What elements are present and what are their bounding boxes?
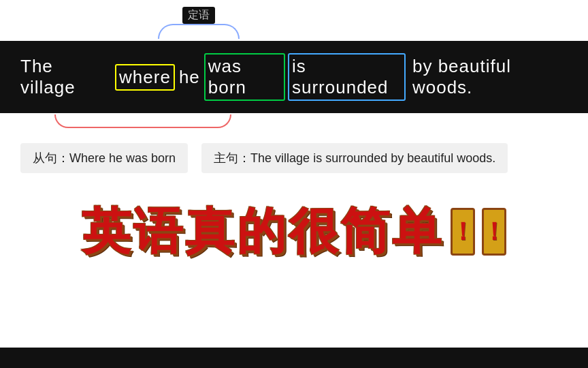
analysis-row: 从句：Where he was born 主句：The village is s…	[0, 131, 588, 185]
dingyu-label-container: 定语	[158, 7, 240, 39]
phrase-is-surrounded: is surrounded	[288, 53, 406, 101]
clause-text: Where he was born	[69, 151, 176, 165]
exclaim-mark-1: ！	[451, 208, 475, 256]
word-the-village: The village	[20, 56, 108, 98]
main-box: 主句：The village is surrounded by beautifu…	[201, 143, 508, 173]
below-bracket-container	[0, 114, 588, 128]
curved-bracket-below	[54, 114, 231, 128]
bottom-bar	[0, 348, 588, 368]
clause-box: 从句：Where he was born	[20, 143, 188, 173]
exclaim-mark-2: ！	[482, 208, 506, 256]
arc-bracket	[158, 24, 240, 39]
big-chinese-section: 英语真的很简单 ！ ！	[0, 185, 588, 278]
word-he: he	[179, 67, 200, 88]
words-by-beautiful-woods: by beautiful woods.	[412, 56, 568, 98]
phrase-was-born: was born	[204, 53, 285, 101]
exclaim-box: ！	[451, 208, 475, 256]
main-text: The village is surrounded by beautiful w…	[250, 151, 495, 165]
dingyu-label: 定语	[182, 7, 215, 24]
clause-label: 从句：	[33, 151, 69, 165]
sentence-bar: The village where he was born is surroun…	[0, 41, 588, 113]
main-label: 主句：	[214, 151, 250, 165]
word-where: where	[115, 64, 175, 91]
chinese-text: 英语真的很简单	[82, 199, 444, 264]
exclaim-box-2: ！	[482, 208, 506, 256]
